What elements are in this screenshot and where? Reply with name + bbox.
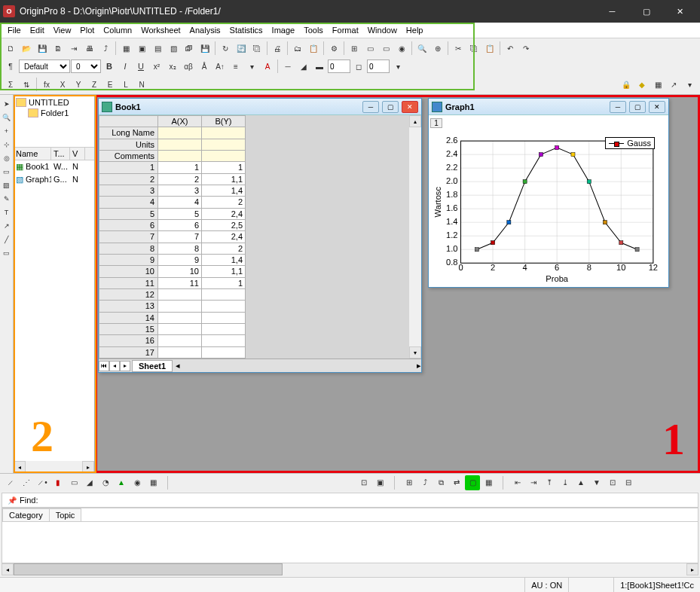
col-x-icon[interactable]: X	[55, 77, 70, 92]
save-icon[interactable]: 💾	[35, 41, 50, 56]
table-row[interactable]: 221,1	[99, 173, 246, 185]
tab-topic[interactable]: Topic	[49, 508, 82, 521]
add-col-icon[interactable]: ⊞	[347, 41, 362, 56]
bar-plot-icon[interactable]: ▭	[66, 475, 81, 490]
table-row[interactable]: 14	[99, 312, 246, 323]
add-layer-icon[interactable]: ⊞	[402, 475, 417, 490]
col-lbl-icon[interactable]: L	[118, 77, 133, 92]
maximize-button[interactable]: ▢	[629, 0, 663, 23]
inc-font-icon[interactable]: A↑	[212, 59, 228, 74]
col-y-icon[interactable]: Y	[71, 77, 86, 92]
template-plot-icon[interactable]: ▦	[145, 475, 160, 490]
scroll-thumb[interactable]	[14, 563, 283, 575]
reader2-icon[interactable]: +	[1, 125, 13, 137]
toolbar2-icon[interactable]: ▭	[378, 41, 393, 56]
draw-icon[interactable]: ✎	[1, 193, 13, 205]
graph1-window[interactable]: Graph1 ─ ▢ ✕ 1 0.81.01.21.41.61.82.02.22…	[428, 98, 669, 288]
refresh-icon[interactable]: ↻	[218, 41, 233, 56]
chart[interactable]: 0.81.01.21.41.61.82.02.22.42.6024681012P…	[432, 133, 661, 287]
sort-icon[interactable]: ⇅	[19, 77, 34, 92]
scatter-plot-icon[interactable]: ⋰	[19, 475, 34, 490]
duplicate-icon[interactable]: ⿻	[249, 41, 264, 56]
menu-window[interactable]: Window	[363, 24, 402, 36]
fill2-icon[interactable]: ▬	[312, 59, 327, 74]
legend[interactable]: Gauss	[605, 137, 655, 149]
save-project-icon[interactable]: 💾	[197, 41, 212, 56]
style-icon[interactable]: ¶	[3, 59, 18, 74]
col-fn-icon[interactable]: fx	[39, 77, 54, 92]
rescale-icon[interactable]: ⊡	[356, 475, 371, 490]
copy-icon[interactable]: ⿻	[466, 41, 481, 56]
green-box-icon[interactable]: ▢	[465, 475, 480, 490]
grid-icon[interactable]: ▦	[481, 475, 496, 490]
lock-icon[interactable]: 🔒	[619, 77, 634, 92]
mask2-icon[interactable]: ▦	[650, 77, 665, 92]
book1-window[interactable]: Book1 ─ ▢ ✕ A(X)B(Y) Long Name Units Com…	[98, 98, 422, 373]
table-row[interactable]: 552,4	[99, 208, 246, 219]
linepoint-plot-icon[interactable]: ⟋•	[35, 475, 50, 490]
menu-help[interactable]: Help	[402, 24, 428, 36]
font-color-icon[interactable]: A	[260, 59, 275, 74]
area-plot-icon[interactable]: ◢	[82, 475, 97, 490]
merge-icon[interactable]: ⧉	[433, 475, 448, 490]
graph1-maximize-button[interactable]: ▢	[629, 101, 646, 113]
toolbar3-icon[interactable]: ◉	[394, 41, 409, 56]
close-button[interactable]: ✕	[663, 0, 697, 23]
mask-icon[interactable]: ◆	[634, 77, 650, 92]
book1-close-button[interactable]: ✕	[402, 101, 418, 113]
scroll-down-icon[interactable]: ▾	[409, 346, 421, 359]
table-row[interactable]: 331,4	[99, 185, 246, 196]
graph1-minimize-button[interactable]: ─	[610, 101, 626, 113]
table-row[interactable]: 13	[99, 301, 246, 312]
table-row[interactable]: 12	[99, 288, 246, 300]
list-item[interactable]: ▧ Graph1 G... N	[14, 173, 94, 186]
table-row[interactable]: 991,4	[99, 254, 246, 265]
scroll-left-icon[interactable]: ◂	[14, 461, 26, 473]
fill-color-icon[interactable]: ◢	[296, 59, 311, 74]
zoom-icon[interactable]: 🔍	[414, 41, 429, 56]
front-icon[interactable]: ▲	[573, 475, 588, 490]
ws-vscroll[interactable]: ▴ ▾	[409, 115, 421, 359]
tab-prev-icon[interactable]: ◂	[109, 361, 120, 371]
scroll-right-icon[interactable]: ▸	[686, 563, 698, 575]
table-row[interactable]: 11111	[99, 277, 246, 288]
menu-analysis[interactable]: Analysis	[185, 24, 225, 36]
shape-icon[interactable]: ◻	[351, 59, 366, 74]
list-item[interactable]: ▦ Book1 W... N	[14, 160, 94, 173]
extract-icon[interactable]: ⤴	[417, 475, 433, 490]
graph1-close-button[interactable]: ✕	[649, 101, 665, 113]
back-icon[interactable]: ▼	[589, 475, 604, 490]
tab-category[interactable]: Category	[2, 508, 50, 521]
table-row[interactable]: 442	[99, 197, 246, 208]
pin-icon[interactable]: 📌	[5, 493, 20, 508]
menu-format[interactable]: Format	[328, 24, 363, 36]
minimize-button[interactable]: ─	[595, 0, 629, 23]
line-tool-icon[interactable]: ╱	[1, 233, 13, 246]
tab-next-icon[interactable]: ▸	[120, 361, 130, 371]
tree-root[interactable]: UNTITLED	[16, 97, 92, 108]
pie-plot-icon[interactable]: ◔	[98, 475, 113, 490]
col-type[interactable]: T...	[51, 148, 70, 160]
print-icon[interactable]: 🖶	[82, 41, 97, 56]
new-matrix-icon[interactable]: ▤	[150, 41, 165, 56]
open-icon[interactable]: 📂	[19, 41, 34, 56]
rect-tool-icon[interactable]: ▭	[1, 247, 13, 259]
results-log-icon[interactable]: 📋	[306, 41, 321, 56]
font-size-combo[interactable]: 0	[71, 60, 101, 73]
worksheet-grid[interactable]: A(X)B(Y) Long Name Units Comments 111221…	[99, 115, 246, 359]
template-icon[interactable]: 🗎	[50, 41, 66, 56]
zoomin-icon[interactable]: 🔍	[1, 111, 13, 124]
reader-icon[interactable]: ⊕	[430, 41, 445, 56]
3d-plot-icon[interactable]: ▲	[114, 475, 129, 490]
layer-icon[interactable]: ▣	[372, 475, 387, 490]
col-err-icon[interactable]: E	[102, 77, 118, 92]
toolbar-icon[interactable]: ▭	[362, 41, 378, 56]
notes-icon[interactable]: 🗊	[182, 41, 197, 56]
msg-hscroll[interactable]: ◂ ▸	[2, 563, 698, 575]
column-plot-icon[interactable]: ▮	[50, 475, 66, 490]
region-icon[interactable]: ▭	[1, 166, 13, 178]
table-row[interactable]: 16	[99, 335, 246, 346]
menu-tools[interactable]: Tools	[299, 24, 328, 36]
hscroll-right-icon[interactable]: ▸	[417, 361, 421, 371]
text-icon[interactable]: T	[1, 206, 13, 218]
